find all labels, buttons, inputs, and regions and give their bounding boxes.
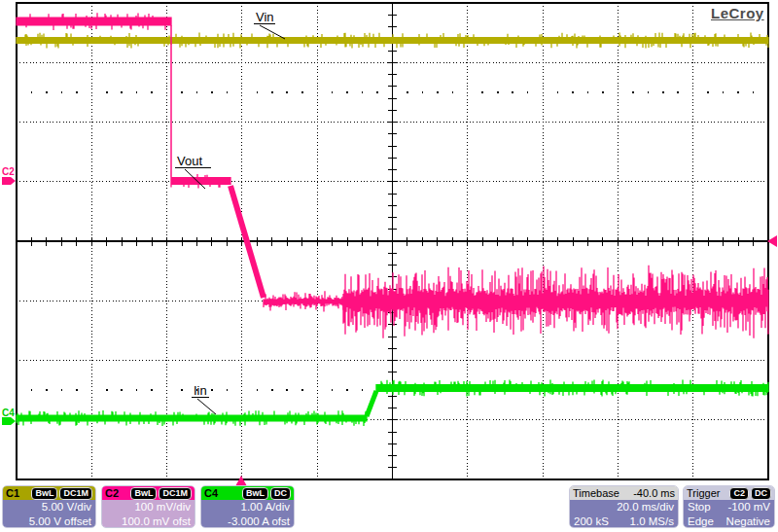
c2-info-box[interactable]: C2 BwL DC1M 100 mV/div 100.0 mV ofst — [101, 485, 195, 528]
c4-channel-label: C4 — [204, 486, 218, 500]
vin-annotation-text: Vin — [256, 10, 274, 24]
c2-offset-marker[interactable] — [2, 177, 16, 185]
c2-offset: 100.0 mV ofst — [102, 514, 194, 528]
c2-bwl-badge: BwL — [130, 487, 157, 500]
c4-offset-marker[interactable] — [2, 417, 16, 425]
trigger-type: Edge — [688, 514, 714, 528]
c1-coupling-badge: DC1M — [59, 487, 92, 500]
c1-info-box[interactable]: C1 BwL DC1M 5.00 V/div 5.00 V offset — [2, 485, 96, 528]
c1-offset: 5.00 V offset — [3, 514, 95, 528]
c2-volts-per-div: 100 mV/div — [102, 500, 194, 514]
iin-annotation-pointer — [197, 399, 216, 414]
trigger-level: -100 mV — [728, 500, 770, 514]
c2-offset-label: C2 — [2, 166, 15, 177]
vin-annotation-pointer — [260, 25, 285, 39]
trigger-info-box[interactable]: Trigger C2 DC Stop -100 mV Edge Negative — [683, 485, 775, 528]
c4-amps-per-div: 1.00 A/div — [201, 500, 294, 514]
timebase-delay: -40.0 ms — [633, 486, 675, 500]
c4-coupling-badge: DC — [270, 487, 291, 500]
trigger-box-header: Trigger C2 DC — [684, 486, 774, 500]
c1-channel-label: C1 — [6, 486, 19, 500]
trigger-coupling-badge: DC — [751, 487, 771, 500]
timebase-info-box[interactable]: Timebase -40.0 ms 20.0 ms/div 200 kS 1.0… — [569, 485, 679, 528]
trigger-source-badge: C2 — [729, 487, 749, 500]
c4-offset-label: C4 — [2, 408, 15, 418]
oscilloscope-screen: { "logo": "LeCroy", "colors": { "pink": … — [0, 0, 778, 532]
timebase-per-div: 20.0 ms/div — [570, 500, 678, 514]
c1-box-header: C1 BwL DC1M — [3, 486, 95, 500]
c2-coupling-badge: DC1M — [159, 487, 192, 500]
c4-info-box[interactable]: C4 BwL DC 1.00 A/div -3.000 A ofst — [200, 485, 295, 528]
c4-box-header: C4 BwL DC — [201, 486, 294, 500]
trigger-slope: Negative — [726, 514, 770, 528]
scope-grid — [17, 3, 768, 479]
scope-display: C2 C4 Vin Vout Iin — [0, 0, 778, 532]
c2-channel-label: C2 — [105, 486, 119, 500]
iin-annotation-text: Iin — [194, 383, 207, 398]
iin-annotation: Iin — [192, 383, 216, 414]
timebase-samples: 200 kS — [574, 514, 609, 528]
trigger-title: Trigger — [687, 486, 720, 500]
c4-offset: -3.000 A ofst — [201, 514, 294, 528]
c2-box-header: C2 BwL DC1M — [102, 486, 194, 500]
trigger-mode: Stop — [688, 500, 711, 514]
c2-offset-marker-group: C2 — [2, 166, 16, 185]
c4-bwl-badge: BwL — [242, 487, 268, 500]
c1-volts-per-div: 5.00 V/div — [3, 500, 95, 514]
timebase-box-header: Timebase -40.0 ms — [570, 486, 678, 500]
vout-annotation-text: Vout — [177, 154, 202, 168]
lecroy-logo: LeCroy — [711, 5, 764, 21]
c1-bwl-badge: BwL — [31, 487, 57, 500]
c4-offset-marker-group: C4 — [2, 408, 16, 425]
timebase-rate: 1.0 MS/s — [630, 514, 674, 528]
timebase-title: Timebase — [573, 486, 619, 500]
